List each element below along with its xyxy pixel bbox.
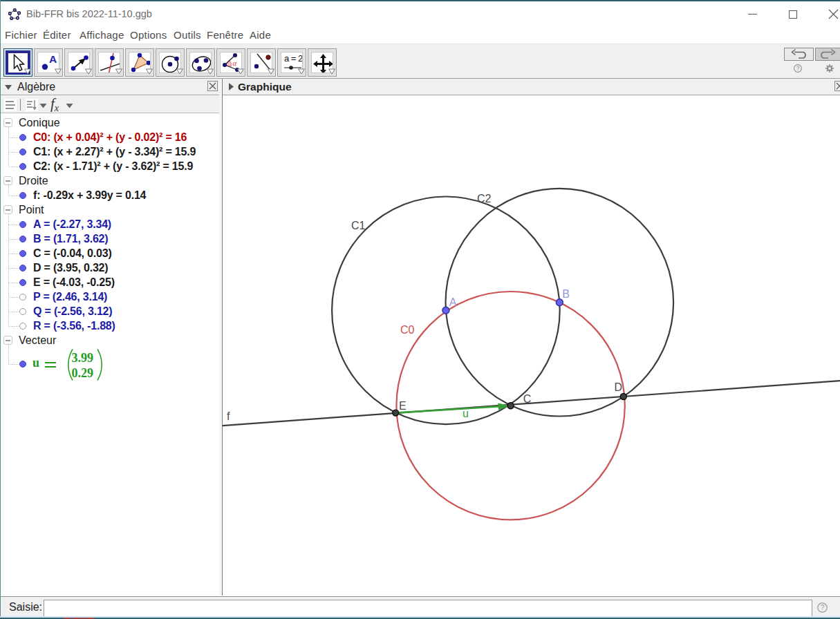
- svg-text:C1: C1: [351, 220, 366, 231]
- svg-text:E: E: [399, 400, 407, 412]
- svg-text:0.29: 0.29: [72, 366, 94, 380]
- svg-text:C2: C2: [477, 193, 492, 204]
- svg-text:?: ?: [821, 604, 825, 611]
- svg-text:f: f: [227, 410, 230, 422]
- svg-text:3.99: 3.99: [72, 351, 94, 365]
- svg-text:A: A: [49, 53, 57, 65]
- svg-text:D: D: [614, 381, 622, 393]
- svg-text:A: A: [449, 296, 457, 308]
- svg-text:α: α: [233, 59, 237, 67]
- svg-text:C0: C0: [400, 324, 415, 336]
- svg-text:B: B: [562, 288, 570, 300]
- svg-text:u: u: [463, 408, 469, 419]
- svg-text:a = 2: a = 2: [284, 53, 303, 64]
- svg-text:?: ?: [796, 65, 800, 72]
- svg-text:C: C: [523, 393, 532, 405]
